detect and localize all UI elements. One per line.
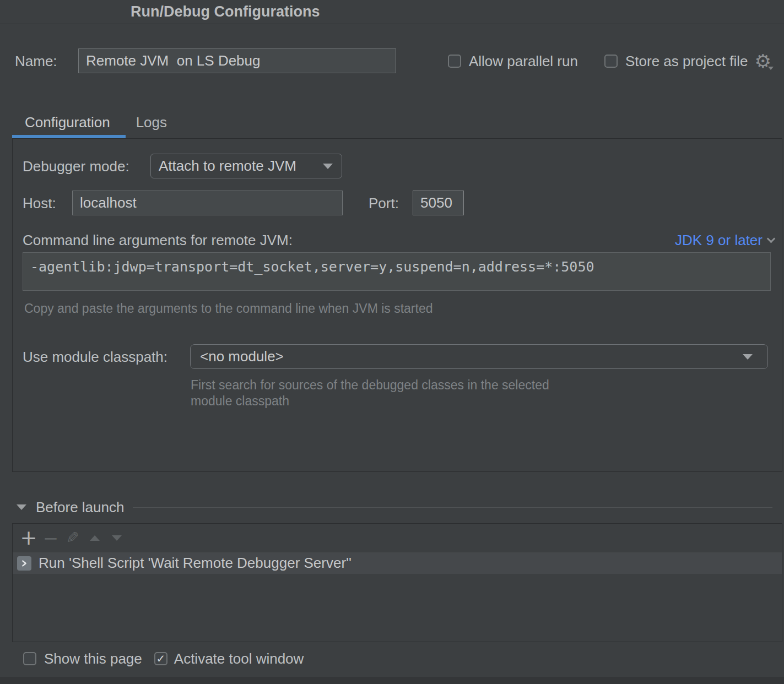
chevron-down-icon	[767, 235, 776, 243]
debugger-mode-value: Attach to remote JVM	[159, 158, 296, 175]
before-launch-task-row[interactable]: Run 'Shell Script 'Wait Remote Debugger …	[13, 552, 782, 574]
before-launch-panel: + − ✎ Run 'Shell Script 'Wait Remote Deb…	[12, 523, 782, 642]
run-debug-configurations-dialog: Run/Debug Configurations Name: Allow par…	[0, 0, 784, 684]
collapse-triangle-icon[interactable]	[17, 504, 26, 510]
before-launch-task-label: Run 'Shell Script 'Wait Remote Debugger …	[39, 555, 352, 572]
command-line-args-field[interactable]: -agentlib:jdwp=transport=dt_socket,serve…	[23, 252, 771, 291]
run-task-icon	[17, 556, 31, 571]
port-input[interactable]	[413, 191, 464, 215]
move-up-button[interactable]	[85, 529, 104, 547]
move-down-button[interactable]	[107, 529, 126, 547]
command-line-args-label: Command line arguments for remote JVM:	[23, 232, 293, 248]
module-classpath-value: <no module>	[200, 348, 284, 365]
allow-parallel-run-checkbox[interactable]	[448, 55, 461, 68]
command-line-args-hint: Copy and paste the arguments to the comm…	[24, 301, 433, 317]
chevron-down-icon	[768, 67, 774, 70]
name-input[interactable]	[78, 48, 396, 73]
jdk-version-selector[interactable]: JDK 9 or later	[675, 232, 774, 248]
name-row-options: Allow parallel run Store as project file…	[448, 48, 771, 73]
port-label: Port:	[369, 196, 399, 211]
tab-logs-label: Logs	[136, 114, 167, 131]
host-input[interactable]	[72, 191, 343, 215]
section-divider	[133, 507, 772, 508]
debugger-mode-label: Debugger mode:	[23, 159, 129, 174]
debugger-mode-select[interactable]: Attach to remote JVM	[150, 154, 342, 178]
pencil-icon: ✎	[66, 529, 79, 547]
arrow-up-icon	[90, 535, 100, 541]
module-classpath-hint-line1: First search for sources of the debugged…	[191, 377, 549, 393]
dialog-titlebar: Run/Debug Configurations	[0, 0, 784, 24]
checkmark-icon: ✓	[156, 653, 165, 664]
show-this-page-checkbox[interactable]	[23, 652, 36, 665]
activate-tool-window-label: Activate tool window	[174, 651, 304, 666]
tab-logs[interactable]: Logs	[136, 110, 178, 135]
module-classpath-hint-line2: module classpath	[191, 393, 549, 409]
dialog-footer-options: Show this page ✓ Activate tool window	[23, 651, 304, 666]
dialog-title: Run/Debug Configurations	[131, 0, 320, 24]
store-settings-button[interactable]: ⚙	[755, 52, 771, 70]
tab-bar: Configuration Logs	[12, 110, 178, 135]
plus-icon: +	[20, 529, 37, 547]
before-launch-header: Before launch	[17, 499, 772, 515]
before-launch-toolbar: + − ✎	[13, 524, 782, 552]
arrow-down-icon	[112, 535, 122, 541]
module-classpath-select[interactable]: <no module>	[190, 344, 768, 369]
store-as-project-file-checkbox[interactable]	[604, 55, 618, 68]
add-button[interactable]: +	[19, 529, 38, 547]
show-this-page-label: Show this page	[44, 651, 142, 666]
store-as-project-file-label: Store as project file	[625, 53, 748, 69]
jdk-version-value: JDK 9 or later	[675, 232, 763, 248]
minus-icon: −	[43, 529, 59, 547]
chevron-down-icon	[323, 164, 333, 169]
configuration-panel: Debugger mode: Attach to remote JVM Host…	[12, 138, 782, 472]
activate-tool-window-checkbox[interactable]: ✓	[154, 652, 167, 665]
tab-configuration[interactable]: Configuration	[12, 110, 123, 135]
name-label: Name:	[15, 53, 57, 69]
before-launch-title: Before launch	[36, 499, 124, 516]
dialog-bottom-edge	[0, 677, 784, 684]
edit-button[interactable]: ✎	[63, 529, 82, 547]
host-label: Host:	[23, 196, 56, 211]
tab-configuration-label: Configuration	[25, 114, 110, 131]
module-classpath-hint: First search for sources of the debugged…	[191, 377, 549, 409]
module-classpath-label: Use module classpath:	[23, 349, 167, 365]
chevron-down-icon	[743, 354, 753, 360]
allow-parallel-run-label: Allow parallel run	[469, 53, 578, 69]
remove-button[interactable]: −	[41, 529, 60, 547]
